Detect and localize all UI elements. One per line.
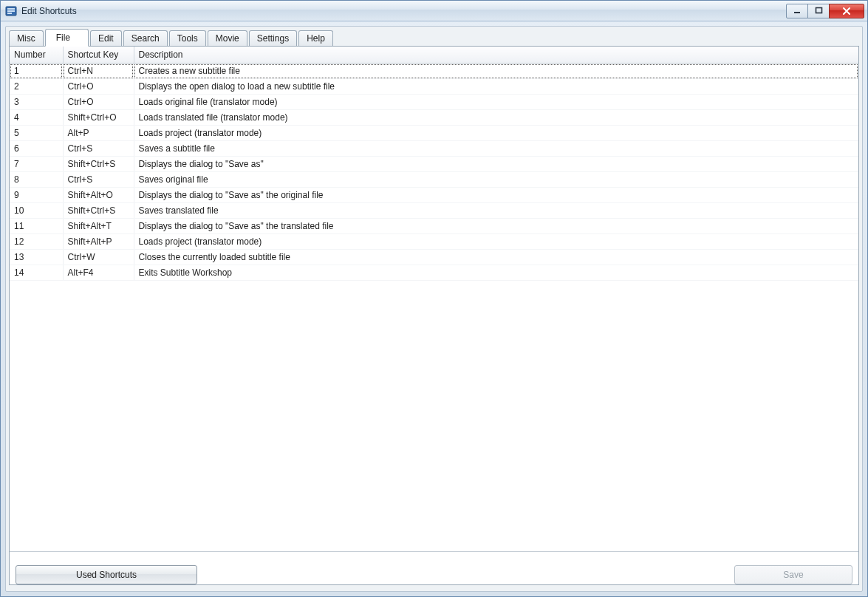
tab-edit[interactable]: Edit (90, 30, 122, 46)
minimize-button[interactable] (786, 4, 808, 18)
window-controls (787, 4, 864, 18)
cell-description: Closes the currently loaded subtitle fil… (134, 250, 858, 265)
cell-number: 3 (10, 95, 63, 110)
cell-description: Exits Subtitle Workshop (134, 265, 858, 281)
cell-shortcut: Shift+Ctrl+S (63, 203, 134, 219)
tab-search[interactable]: Search (123, 30, 168, 46)
cell-number: 8 (10, 172, 63, 188)
cell-number: 9 (10, 188, 63, 203)
cell-number: 14 (10, 265, 63, 281)
cell-shortcut: Ctrl+O (63, 79, 134, 95)
cell-shortcut: Ctrl+N (63, 64, 134, 79)
cell-shortcut: Shift+Ctrl+O (63, 110, 134, 126)
cell-number: 6 (10, 141, 63, 157)
cell-shortcut: Ctrl+W (63, 250, 134, 265)
table-row[interactable]: 12Shift+Alt+PLoads project (translator m… (10, 234, 858, 250)
cell-shortcut: Shift+Alt+O (63, 188, 134, 203)
app-icon (5, 5, 17, 17)
save-button[interactable]: Save (734, 565, 852, 584)
tab-file[interactable]: File (45, 29, 89, 47)
cell-shortcut: Ctrl+S (63, 141, 134, 157)
tab-settings[interactable]: Settings (249, 30, 297, 46)
titlebar[interactable]: Edit Shortcuts (1, 1, 867, 21)
table-row[interactable]: 8Ctrl+SSaves original file (10, 172, 858, 188)
table-row[interactable]: 14Alt+F4Exits Subtitle Workshop (10, 265, 858, 281)
table-row[interactable]: 7Shift+Ctrl+SDisplays the dialog to "Sav… (10, 157, 858, 172)
cell-shortcut: Alt+F4 (63, 265, 134, 281)
table-row[interactable]: 11Shift+Alt+TDisplays the dialog to "Sav… (10, 219, 858, 234)
table-row[interactable]: 1Ctrl+NCreates a new subtitle file (10, 64, 858, 79)
bottom-bar: Used Shortcuts Save (10, 552, 858, 584)
cell-description: Loads translated file (translator mode) (134, 110, 858, 126)
svg-rect-5 (816, 8, 821, 13)
cell-number: 12 (10, 234, 63, 250)
svg-rect-2 (7, 10, 15, 12)
table-header-row: Number Shortcut Key Description (10, 47, 858, 64)
table-row[interactable]: 9Shift+Alt+ODisplays the dialog to "Save… (10, 188, 858, 203)
cell-shortcut: Alt+P (63, 126, 134, 141)
cell-description: Loads project (translator mode) (134, 234, 858, 250)
cell-number: 10 (10, 203, 63, 219)
cell-number: 2 (10, 79, 63, 95)
cell-shortcut: Shift+Alt+T (63, 219, 134, 234)
maximize-button[interactable] (807, 4, 830, 18)
tab-misc[interactable]: Misc (9, 30, 44, 46)
column-header-shortcut[interactable]: Shortcut Key (63, 47, 134, 64)
table-row[interactable]: 13Ctrl+WCloses the currently loaded subt… (10, 250, 858, 265)
cell-number: 1 (10, 64, 63, 79)
svg-rect-3 (7, 13, 12, 14)
cell-description: Displays the dialog to "Save as" the tra… (134, 219, 858, 234)
table-row[interactable]: 10Shift+Ctrl+SSaves translated file (10, 203, 858, 219)
table-row[interactable]: 3Ctrl+OLoads original file (translator m… (10, 95, 858, 110)
cell-description: Saves translated file (134, 203, 858, 219)
cell-description: Displays the dialog to "Save as" (134, 157, 858, 172)
column-header-description[interactable]: Description (134, 47, 858, 64)
window: Edit Shortcuts MiscFileEditSearchToolsMo… (0, 0, 868, 597)
window-title: Edit Shortcuts (21, 6, 787, 16)
cell-number: 4 (10, 110, 63, 126)
svg-rect-1 (7, 8, 15, 10)
table-row[interactable]: 2Ctrl+ODisplays the open dialog to load … (10, 79, 858, 95)
cell-shortcut: Ctrl+S (63, 172, 134, 188)
cell-shortcut: Shift+Alt+P (63, 234, 134, 250)
cell-number: 7 (10, 157, 63, 172)
cell-description: Displays the dialog to "Save as" the ori… (134, 188, 858, 203)
close-button[interactable] (829, 4, 864, 18)
content-frame: MiscFileEditSearchToolsMovieSettingsHelp… (5, 26, 863, 592)
column-header-number[interactable]: Number (10, 47, 63, 64)
used-shortcuts-button[interactable]: Used Shortcuts (16, 565, 197, 584)
cell-number: 11 (10, 219, 63, 234)
shortcut-table-area[interactable]: Number Shortcut Key Description 1Ctrl+NC… (10, 47, 858, 552)
tab-help[interactable]: Help (298, 30, 333, 46)
tabs: MiscFileEditSearchToolsMovieSettingsHelp (7, 28, 861, 46)
cell-number: 5 (10, 126, 63, 141)
cell-description: Saves a subtitle file (134, 141, 858, 157)
cell-shortcut: Ctrl+O (63, 95, 134, 110)
cell-description: Creates a new subtitle file (134, 64, 858, 79)
cell-description: Displays the open dialog to load a new s… (134, 79, 858, 95)
tab-tools[interactable]: Tools (169, 30, 206, 46)
cell-number: 13 (10, 250, 63, 265)
svg-rect-4 (794, 12, 800, 13)
table-row[interactable]: 4Shift+Ctrl+OLoads translated file (tran… (10, 110, 858, 126)
cell-description: Loads project (translator mode) (134, 126, 858, 141)
tab-panel: Number Shortcut Key Description 1Ctrl+NC… (9, 46, 859, 585)
shortcut-table: Number Shortcut Key Description 1Ctrl+NC… (10, 47, 858, 281)
table-row[interactable]: 5Alt+PLoads project (translator mode) (10, 126, 858, 141)
cell-description: Loads original file (translator mode) (134, 95, 858, 110)
table-row[interactable]: 6Ctrl+SSaves a subtitle file (10, 141, 858, 157)
cell-shortcut: Shift+Ctrl+S (63, 157, 134, 172)
tab-movie[interactable]: Movie (208, 30, 247, 46)
cell-description: Saves original file (134, 172, 858, 188)
